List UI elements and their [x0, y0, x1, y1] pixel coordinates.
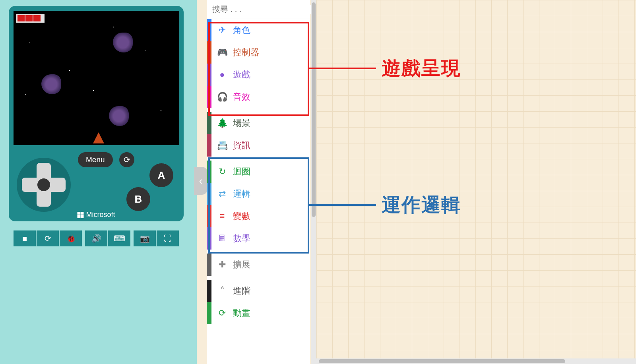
category-color-bar — [207, 227, 211, 250]
microsoft-brand: Microsoft — [77, 211, 115, 219]
category-icon: ⇄ — [217, 189, 227, 199]
category-item[interactable]: ⟳動畫 — [207, 302, 310, 324]
category-icon: ✚ — [217, 259, 227, 270]
category-item[interactable]: ✚擴展 — [207, 254, 310, 276]
search-input[interactable] — [212, 5, 313, 14]
bug-icon: 🐞 — [66, 234, 76, 243]
category-color-bar — [207, 64, 211, 86]
category-label: 變數 — [233, 210, 250, 222]
category-color-bar — [207, 280, 211, 302]
blocks-canvas[interactable] — [316, 0, 636, 358]
category-label: 資訊 — [233, 139, 250, 151]
fullscreen-icon: ⛶ — [164, 234, 172, 243]
scrollbar-thumb[interactable] — [319, 359, 565, 363]
category-icon: 🎮 — [217, 47, 227, 58]
category-label: 迴圈 — [233, 166, 250, 178]
annotation-label-red: 遊戲呈現 — [382, 56, 461, 81]
category-scrollbar[interactable] — [311, 0, 316, 364]
annotation-line-blue — [309, 204, 376, 206]
game-screen[interactable] — [14, 11, 179, 145]
category-item[interactable]: 🌲場景 — [207, 112, 310, 134]
annotation-label-blue: 運作邏輯 — [382, 192, 461, 218]
reload-button[interactable]: ⟳ — [37, 230, 59, 246]
asteroid-sprite — [109, 106, 129, 126]
simulator-panel: Menu ⟳ A B Microsoft ■ ⟳ 🐞 🔊 ⌨ 📷 ⛶ — [0, 0, 197, 364]
microsoft-logo-icon — [77, 212, 83, 218]
category-item[interactable]: ˄進階 — [207, 280, 310, 302]
category-list: ✈角色🎮控制器●遊戲🎧音效🌲場景📇資訊↻迴圈⇄邏輯≡變數🖩數學✚擴展˄進階⟳動畫 — [207, 19, 310, 364]
category-color-bar — [207, 161, 211, 183]
category-color-bar — [207, 205, 211, 227]
console-controls: Menu ⟳ A B Microsoft — [14, 151, 179, 217]
category-item[interactable]: 🖩數學 — [207, 227, 310, 250]
heart-icon — [17, 15, 25, 21]
stop-icon: ■ — [22, 234, 27, 243]
scrollbar-thumb[interactable] — [312, 2, 316, 217]
category-item[interactable]: ⇄邏輯 — [207, 183, 310, 205]
category-icon: ˄ — [217, 286, 227, 296]
console: Menu ⟳ A B Microsoft — [9, 6, 184, 221]
category-icon: 📇 — [217, 140, 227, 151]
category-icon: ⟳ — [217, 308, 227, 318]
keyboard-icon: ⌨ — [114, 234, 125, 243]
category-icon: ● — [217, 70, 227, 80]
screenshot-button[interactable]: 📷 — [134, 230, 156, 246]
dpad[interactable] — [17, 158, 71, 212]
category-color-bar — [207, 41, 211, 64]
category-color-bar — [207, 19, 211, 41]
reload-icon: ⟳ — [45, 234, 51, 243]
mute-button[interactable]: 🔊 — [85, 230, 107, 246]
canvas-h-scrollbar[interactable] — [316, 358, 636, 364]
category-color-bar — [207, 302, 211, 324]
category-label: 邏輯 — [233, 188, 250, 200]
category-icon: 🖩 — [217, 233, 227, 244]
category-icon: ↻ — [217, 167, 227, 177]
annotation-line-red — [309, 68, 376, 69]
category-label: 控制器 — [233, 46, 259, 58]
restart-button[interactable]: ⟳ — [119, 152, 134, 167]
asteroid-sprite — [113, 33, 133, 52]
heart-icon — [33, 15, 41, 21]
category-color-bar — [207, 183, 211, 205]
category-item[interactable]: 🎧音效 — [207, 86, 310, 108]
category-label: 進階 — [233, 285, 250, 297]
category-icon: ≡ — [217, 211, 227, 221]
category-item[interactable]: ✈角色 — [207, 19, 310, 41]
category-icon: 🎧 — [217, 92, 227, 102]
category-color-bar — [207, 86, 211, 108]
category-label: 角色 — [233, 24, 250, 36]
category-label: 擴展 — [233, 259, 250, 271]
menu-button[interactable]: Menu — [78, 152, 113, 167]
category-item[interactable]: ↻迴圈 — [207, 161, 310, 183]
asteroid-sprite — [41, 74, 61, 94]
a-button[interactable]: A — [149, 163, 173, 187]
collapse-simulator-button[interactable]: ‹ — [194, 167, 207, 195]
keyboard-button[interactable]: ⌨ — [108, 230, 130, 246]
category-icon: 🌲 — [217, 118, 227, 128]
category-item[interactable]: ●遊戲 — [207, 64, 310, 86]
simulator-toolbar: ■ ⟳ 🐞 🔊 ⌨ 📷 ⛶ — [14, 230, 179, 246]
hearts-hud — [16, 14, 45, 23]
b-button[interactable]: B — [126, 187, 150, 211]
search-row: 🔍 — [207, 0, 310, 19]
category-label: 遊戲 — [233, 69, 250, 81]
camera-icon: 📷 — [140, 234, 150, 243]
debug-button[interactable]: 🐞 — [60, 230, 82, 246]
category-item[interactable]: 📇資訊 — [207, 134, 310, 157]
fullscreen-button[interactable]: ⛶ — [157, 230, 179, 246]
category-color-bar — [207, 254, 211, 276]
speaker-icon: 🔊 — [91, 234, 101, 243]
category-label: 動畫 — [233, 307, 250, 319]
category-panel: 🔍 ✈角色🎮控制器●遊戲🎧音效🌲場景📇資訊↻迴圈⇄邏輯≡變數🖩數學✚擴展˄進階⟳… — [207, 0, 310, 364]
chevron-left-icon: ‹ — [199, 175, 203, 187]
category-item[interactable]: ≡變數 — [207, 205, 310, 227]
category-label: 場景 — [233, 117, 250, 129]
category-color-bar — [207, 112, 211, 134]
category-label: 數學 — [233, 232, 250, 244]
heart-icon — [25, 15, 33, 21]
category-color-bar — [207, 134, 211, 157]
stop-button[interactable]: ■ — [14, 230, 36, 246]
category-item[interactable]: 🎮控制器 — [207, 41, 310, 64]
category-icon: ✈ — [217, 25, 227, 35]
category-label: 音效 — [233, 91, 250, 103]
